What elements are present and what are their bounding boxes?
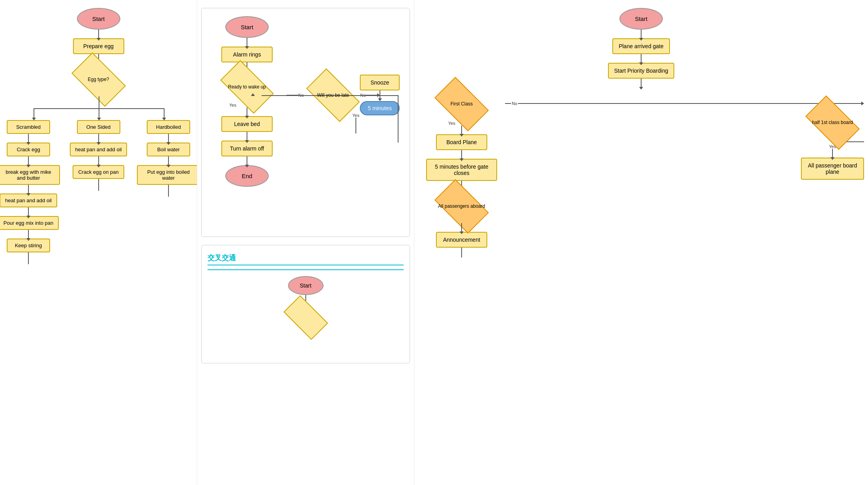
egg-start-oval: Start	[77, 8, 120, 30]
alarm-main-col: Start Alarm rings Ready to wake up Yes	[208, 16, 286, 187]
leave-bed-box: Leave bed	[221, 116, 273, 132]
airline-start: Start	[619, 8, 663, 30]
onesided-branch: One Sided heat pan and add oil Crack egg…	[66, 120, 131, 191]
right-branch: No half 1st class board	[505, 87, 864, 180]
half-board-diamond: half 1st class board	[807, 106, 858, 139]
middle-panel: Start Alarm rings Ready to wake up Yes	[197, 0, 414, 485]
turn-alarm-box: Turn alarm off	[221, 141, 273, 156]
half-board-col: half 1st class board No Yes	[801, 106, 864, 180]
priority-boarding-box: Start Priority Boarding	[608, 63, 675, 79]
egg-flowchart-panel: Start Prepare egg Egg type?	[0, 0, 197, 485]
traffic-diamond	[284, 304, 327, 331]
board-plane-box: Board Plane	[436, 134, 487, 150]
alarm-right: No Will you be late No	[286, 16, 404, 187]
airline-panel: Start Plane arrived gate Start Priority …	[414, 0, 868, 485]
traffic-diagram: Start	[208, 276, 404, 331]
put-egg-boiled-box: Put egg into boiled water	[137, 165, 197, 185]
all-passenger-board-box: All passenger board plane	[801, 158, 864, 180]
alarm-end: End	[225, 165, 269, 187]
alarm-rings-box: Alarm rings	[221, 47, 273, 62]
page: Start Prepare egg Egg type?	[0, 0, 868, 485]
alarm-frame: Start Alarm rings Ready to wake up Yes	[201, 8, 410, 237]
branch-connector	[0, 96, 197, 120]
feedback-arrow-tip	[251, 93, 255, 96]
hardboiled-branch: Hardboiled Boil water Put egg into boile…	[136, 120, 198, 197]
scrambled-box: Scrambled	[7, 120, 50, 134]
snooze-box: Snooze	[360, 75, 400, 90]
alarm-start: Start	[225, 16, 269, 38]
traffic-frame: 交叉交通 Start	[201, 245, 410, 363]
feedback-vline	[398, 95, 398, 143]
three-columns: Scrambled Crack egg break egg with mike …	[0, 120, 197, 264]
five-minutes-box: 5 minutes	[360, 101, 400, 115]
first-class-diamond: First Class	[436, 87, 487, 121]
ready-wake-diamond: Ready to wake up	[221, 71, 273, 103]
hardboiled-box: Hardboiled	[147, 120, 190, 134]
egg-flowchart: Start Prepare egg Egg type?	[4, 8, 193, 264]
airline-branches: First Class Yes Board Plane 5 minutes be…	[418, 87, 864, 258]
left-branch: First Class Yes Board Plane 5 minutes be…	[418, 87, 505, 258]
prepare-egg-box: Prepare egg	[73, 38, 124, 54]
scrambled-branch: Scrambled Crack egg break egg with mike …	[0, 120, 61, 264]
traffic-start: Start	[288, 276, 324, 295]
arrow-1	[98, 30, 99, 38]
onesided-box: One Sided	[77, 120, 120, 134]
plane-arrived-box: Plane arrived gate	[612, 38, 670, 54]
traffic-title: 交叉交通	[208, 253, 404, 265]
airline-flowchart: Start Plane arrived gate Start Priority …	[418, 8, 864, 258]
egg-type-diamond: Egg type?	[73, 63, 124, 96]
five-min-gate-box: 5 minutes before gate closes	[426, 159, 497, 181]
all-passengers-diamond: All passengers aboard	[436, 190, 487, 223]
break-egg-box: break egg with mike and butter	[0, 165, 60, 185]
announcement-box: Announcement	[436, 232, 487, 248]
